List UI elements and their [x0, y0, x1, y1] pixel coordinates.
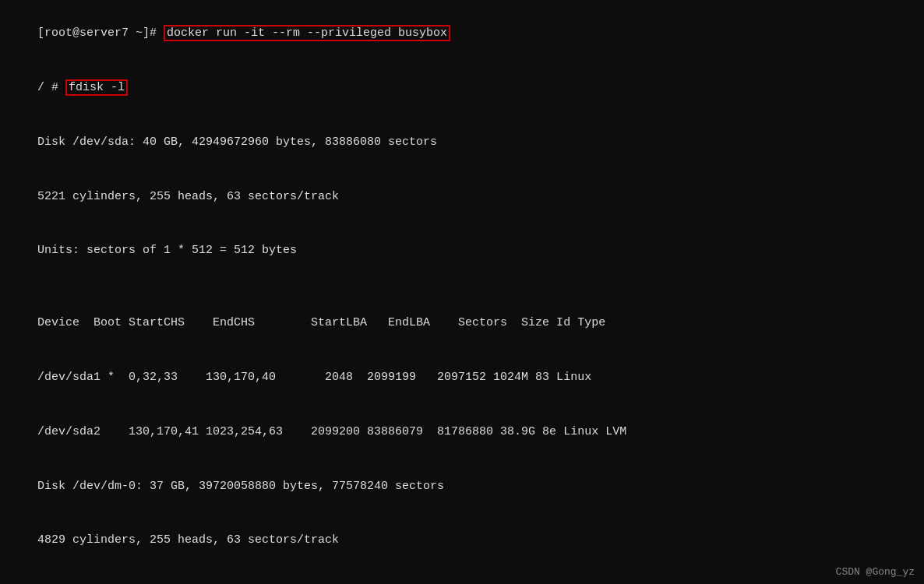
- text-3: Disk /dev/sda: 40 GB, 42949672960 bytes,…: [37, 135, 437, 149]
- text-5: Units: sectors of 1 * 512 = 512 bytes: [37, 244, 297, 257]
- line-7: Device Boot StartCHS EndCHS StartLBA End…: [9, 296, 915, 350]
- line-5: Units: sectors of 1 * 512 = 512 bytes: [9, 223, 915, 278]
- prompt-2: / #: [37, 81, 65, 94]
- watermark-text: CSDN @Gong_yz: [836, 566, 915, 578]
- terminal: [root@server7 ~]# docker run -it --rm --…: [0, 0, 924, 584]
- text-7: Device Boot StartCHS EndCHS StartLBA End…: [37, 316, 605, 329]
- line-blank-1: [9, 278, 915, 296]
- line-2: / # fdisk -l: [9, 61, 915, 115]
- line-12: Units: sectors of 1 * 512 = 512 bytes: [9, 568, 915, 584]
- cmd-fdisk: fdisk -l: [65, 79, 128, 96]
- line-9: /dev/sda2 130,170,41 1023,254,63 2099200…: [9, 405, 915, 459]
- cmd-docker: docker run -it --rm --privileged busybox: [164, 25, 450, 41]
- line-11: 4829 cylinders, 255 heads, 63 sectors/tr…: [9, 513, 915, 568]
- watermark: CSDN @Gong_yz: [836, 566, 915, 578]
- line-8: /dev/sda1 * 0,32,33 130,170,40 2048 2099…: [9, 350, 915, 405]
- line-4: 5221 cylinders, 255 heads, 63 sectors/tr…: [9, 169, 915, 223]
- text-4: 5221 cylinders, 255 heads, 63 sectors/tr…: [37, 190, 339, 203]
- text-8: /dev/sda1 * 0,32,33 130,170,40 2048 2099…: [37, 371, 591, 384]
- text-9: /dev/sda2 130,170,41 1023,254,63 2099200…: [37, 425, 626, 438]
- line-10: Disk /dev/dm-0: 37 GB, 39720058880 bytes…: [9, 459, 915, 513]
- line-1: [root@server7 ~]# docker run -it --rm --…: [9, 6, 915, 61]
- text-11: 4829 cylinders, 255 heads, 63 sectors/tr…: [37, 533, 339, 547]
- prompt-1: [root@server7 ~]#: [37, 26, 164, 40]
- line-3: Disk /dev/sda: 40 GB, 42949672960 bytes,…: [9, 115, 915, 170]
- text-10: Disk /dev/dm-0: 37 GB, 39720058880 bytes…: [37, 480, 444, 493]
